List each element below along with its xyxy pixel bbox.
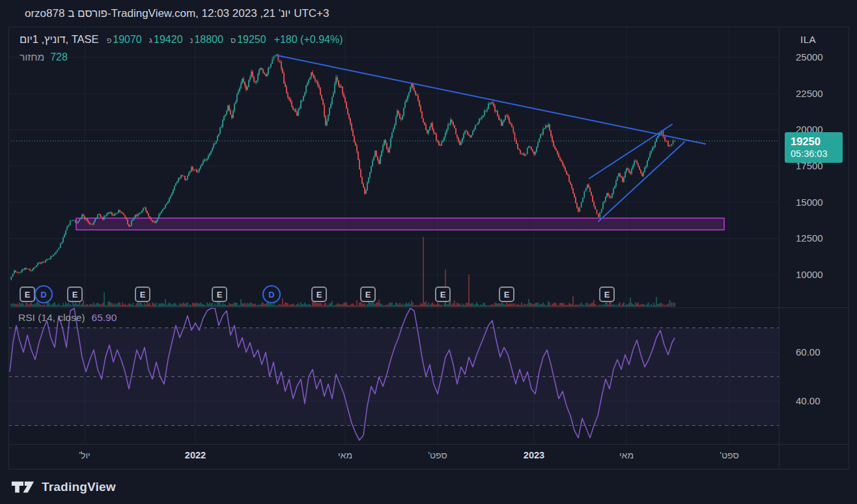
ohlc-values: פ19070ג19420נ18800ס19250 <box>107 34 266 46</box>
trendline-drawing <box>589 124 672 178</box>
legend-volume-row: מחזור 728 <box>20 51 343 63</box>
last-price-value: 19250 <box>791 135 843 148</box>
ohlc-key: ס <box>231 36 236 45</box>
ohlc-item: ג19420 <box>149 34 183 46</box>
rsi-label: RSI (14, close) <box>18 312 85 324</box>
tradingview-logo-link[interactable]: TradingView <box>10 479 116 495</box>
volume-value: 728 <box>50 51 68 63</box>
chart-legend: דוניץ, 1יום, TASE פ19070ג19420נ18800ס192… <box>20 33 343 63</box>
svg-text:D: D <box>268 290 274 300</box>
price-change: +180 (+0.94%) <box>274 34 343 46</box>
volume-series <box>11 237 675 307</box>
dividend-marker: D <box>263 286 280 303</box>
publish-info-link[interactable]: orzo878 פורסם ב-TradingView.com, יונ' 21… <box>25 7 329 20</box>
svg-text:D: D <box>40 290 46 300</box>
trendline-drawing <box>598 142 684 221</box>
earnings-marker: E <box>20 287 35 301</box>
ohlc-item: פ19070 <box>107 34 142 46</box>
ohlc-item: ס19250 <box>231 34 266 46</box>
ohlc-item: נ18800 <box>190 34 223 46</box>
svg-text:E: E <box>604 290 610 300</box>
earnings-marker: E <box>312 287 326 301</box>
ohlc-value: 19420 <box>154 34 183 46</box>
candlestick-series <box>11 53 675 280</box>
bar-countdown: 05:36:03 <box>791 148 843 160</box>
earnings-marker: E <box>600 287 614 301</box>
svg-text:E: E <box>25 290 31 300</box>
svg-text:E: E <box>440 290 446 300</box>
earnings-marker: E <box>436 287 450 301</box>
rsi-legend: RSI (14, close) 65.90 <box>18 312 117 324</box>
brand-name: TradingView <box>42 480 116 494</box>
support-zone-drawing <box>76 218 724 230</box>
svg-text:E: E <box>72 290 78 300</box>
symbol-description[interactable]: דוניץ, 1יום, TASE <box>20 33 99 46</box>
svg-text:E: E <box>316 290 322 300</box>
svg-text:E: E <box>140 290 146 300</box>
tradingview-logo-icon <box>10 479 35 495</box>
earnings-marker: E <box>68 287 82 301</box>
ohlc-key: נ <box>190 36 193 45</box>
volume-label: מחזור <box>20 51 44 63</box>
earnings-marker: E <box>361 287 375 301</box>
svg-text:E: E <box>365 290 371 300</box>
tradingview-snapshot-page: EDEEEDEEEEE orzo878 פורסם ב-TradingView.… <box>0 0 857 504</box>
svg-text:E: E <box>217 290 223 300</box>
price-axis-symbol: ILA <box>800 34 816 45</box>
ohlc-key: ג <box>149 36 152 45</box>
earnings-marker: E <box>499 287 514 301</box>
ohlc-value: 19070 <box>113 34 142 46</box>
snapshot-footer: TradingView <box>10 479 116 495</box>
ohlc-key: פ <box>107 36 112 45</box>
last-price-badge: 19250 05:36:03 <box>785 132 843 163</box>
rsi-value: 65.90 <box>92 312 117 324</box>
legend-main-row: דוניץ, 1יום, TASE פ19070ג19420נ18800ס192… <box>20 33 343 46</box>
chart-canvas: EDEEEDEEEEE <box>0 0 857 504</box>
earnings-marker: E <box>212 287 227 301</box>
svg-text:E: E <box>504 290 510 300</box>
ohlc-value: 19250 <box>237 34 266 46</box>
trendline-drawing <box>277 55 705 144</box>
snapshot-header: orzo878 פורסם ב-TradingView.com, יונ' 21… <box>25 7 329 20</box>
ohlc-value: 18800 <box>194 34 223 46</box>
dividend-marker: D <box>35 286 52 303</box>
earnings-marker: E <box>135 287 150 301</box>
